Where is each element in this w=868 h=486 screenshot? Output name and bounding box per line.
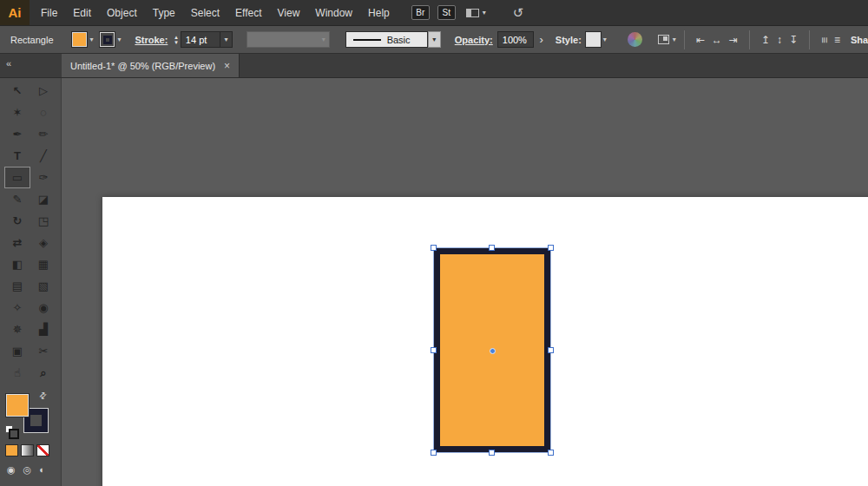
curvature-tool[interactable]: ✏ [30,123,56,145]
mesh-tool-icon: ▤ [12,279,23,292]
fill-proxy-swatch[interactable] [6,394,29,417]
eraser-tool[interactable]: ◪ [30,188,56,210]
distribute-vertical-icon[interactable]: ≡ [834,34,840,46]
fill-color-control[interactable]: ▾ [72,32,93,47]
chevron-down-icon: ▾ [322,36,326,43]
graphic-style-swatch[interactable] [586,32,601,47]
opacity-label[interactable]: Opacity: [455,35,493,45]
artboard-tool[interactable]: ▣ [4,340,30,362]
rectangle-tool[interactable]: ▭ [4,167,30,188]
shaper-tool[interactable]: ✎ [4,188,30,210]
swap-fill-stroke-icon[interactable]: ⇄ [36,390,49,402]
perspective-grid-tool[interactable]: ▦ [30,253,56,275]
menu-effect[interactable]: Effect [227,0,269,25]
menu-object[interactable]: Object [99,0,145,25]
symbol-sprayer-tool[interactable]: ✵ [4,319,30,340]
stroke-label[interactable]: Stroke: [135,35,168,45]
gradient-tool-icon: ▧ [38,279,49,292]
illustrator-app: Ai FileEditObjectTypeSelectEffectViewWin… [0,0,868,486]
shape-builder-tool[interactable]: ◧ [4,253,30,275]
gradient-button[interactable] [21,444,34,456]
width-tool[interactable]: ⇄ [4,232,30,253]
paintbrush-tool[interactable]: ✑ [30,167,56,188]
menu-window[interactable]: Window [307,0,360,25]
free-transform-tool[interactable]: ◈ [30,232,56,253]
close-tab-icon[interactable]: × [224,60,230,72]
none-button[interactable] [36,444,49,456]
menu-view[interactable]: View [270,0,308,25]
column-graph-tool[interactable]: ▟ [30,319,56,340]
menu-bar: Ai FileEditObjectTypeSelectEffectViewWin… [0,0,868,25]
opacity-panel-launcher-icon[interactable]: › [540,33,543,46]
selection-handle[interactable] [431,245,437,251]
stroke-color-swatch[interactable] [100,32,115,47]
selection-handle[interactable] [431,450,437,456]
stroke-weight-dropdown[interactable]: ▾ [220,31,233,48]
chevron-down-icon: ▾ [432,36,436,43]
menu-type[interactable]: Type [145,0,183,25]
collapse-toolbar-icon[interactable]: « [6,58,11,69]
stroke-ring-icon [103,36,112,44]
workspace-switcher[interactable]: ▾ [466,9,486,17]
type-tool[interactable]: T [4,145,30,167]
line-segment-tool[interactable]: ╱ [30,145,56,167]
canvas[interactable] [62,78,868,486]
default-fill-stroke-icon[interactable] [5,425,13,433]
brush-definition-dropdown[interactable]: Basic [345,31,428,48]
hand-tool[interactable]: ☝ [4,362,30,384]
stock-button[interactable]: St [437,5,456,20]
menu-help[interactable]: Help [360,0,398,25]
vertical-align-center-icon[interactable]: ↕ [777,34,782,46]
selection-handle[interactable] [548,450,554,456]
distribute-horizontal-icon[interactable]: ≡ [818,36,830,43]
horizontal-align-right-icon[interactable]: ⇥ [729,34,738,46]
fill-color-swatch[interactable] [72,32,87,47]
selection-handle[interactable] [489,245,495,251]
draw-behind-icon[interactable]: ◎ [23,464,32,476]
selection-tool[interactable]: ↖ [4,80,30,102]
selection-handle[interactable] [489,450,495,456]
recolor-artwork-icon[interactable] [628,32,642,47]
zoom-tool[interactable]: ⌕ [30,362,56,384]
pen-tool[interactable]: ✒ [4,123,30,145]
selection-handle[interactable] [548,347,554,353]
magic-wand-tool[interactable]: ✶ [4,102,30,123]
color-button[interactable] [5,444,18,456]
stepper-down-icon[interactable]: ▾ [174,40,178,45]
horizontal-align-left-icon[interactable]: ⇤ [696,34,705,46]
draw-normal-icon[interactable]: ◉ [7,464,16,476]
app-logo-icon: Ai [0,0,30,25]
brush-dropdown-button[interactable]: ▾ [428,31,441,48]
lasso-tool[interactable]: ◌ [30,102,56,123]
scale-tool[interactable]: ◳ [30,210,56,232]
gradient-tool[interactable]: ▧ [30,275,56,297]
selection-handle[interactable] [548,245,554,251]
rotate-view-icon[interactable]: ↺ [513,5,524,21]
bridge-button[interactable]: Br [411,5,430,20]
stroke-weight-stepper[interactable]: ▴ ▾ [174,35,178,45]
selection-center-point[interactable] [490,348,496,354]
shape-panel-label[interactable]: Sha [844,35,868,45]
mesh-tool[interactable]: ▤ [4,275,30,297]
eyedropper-tool[interactable]: ✧ [4,297,30,319]
slice-tool[interactable]: ✂ [30,340,56,362]
blend-tool[interactable]: ◉ [30,297,56,319]
direct-selection-tool[interactable]: ▷ [30,80,56,102]
menu-select[interactable]: Select [183,0,227,25]
opacity-field[interactable]: 100% [497,31,534,48]
vertical-align-bottom-icon[interactable]: ↧ [789,34,798,46]
menu-edit[interactable]: Edit [65,0,99,25]
magic-wand-tool-icon: ✶ [13,106,23,119]
horizontal-align-center-icon[interactable]: ↔ [712,34,722,46]
arrange-control[interactable]: ▾ [658,35,676,44]
stroke-weight-value: 14 pt [186,35,207,45]
graphic-style-control[interactable]: ▾ [586,32,607,47]
stroke-color-control[interactable]: ▾ [100,32,121,47]
rotate-tool[interactable]: ↻ [4,210,30,232]
document-tab[interactable]: Untitled-1* @ 50% (RGB/Preview) × [62,54,240,77]
menu-file[interactable]: File [33,0,65,25]
vertical-align-top-icon[interactable]: ↥ [761,34,770,46]
draw-inside-icon[interactable]: ◐ [39,464,45,476]
selection-handle[interactable] [431,347,437,353]
stroke-weight-field[interactable]: 14 pt [181,31,220,48]
